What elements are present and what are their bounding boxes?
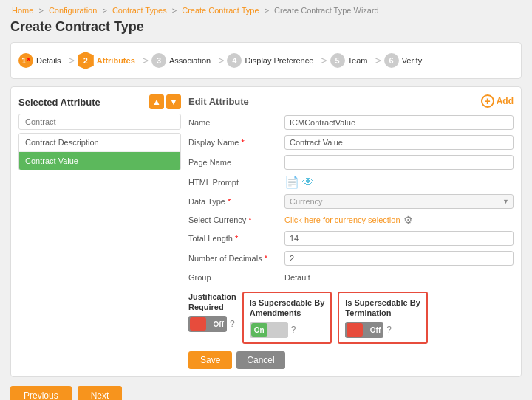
total-length-label: Total Length * — [188, 234, 284, 243]
step-sep-3: > — [218, 55, 224, 66]
step-sep-4: > — [321, 55, 327, 66]
form-row-group: Group Default — [188, 271, 514, 284]
save-button[interactable]: Save — [188, 351, 232, 369]
list-item[interactable]: Contract Description — [19, 134, 180, 152]
amendments-help-icon[interactable]: ? — [291, 325, 296, 335]
wizard-step-3[interactable]: 3 Association — [151, 53, 211, 68]
justification-help-icon[interactable]: ? — [230, 319, 235, 329]
form-row-page-name: Page Name — [188, 155, 514, 170]
justification-knob — [190, 317, 206, 331]
move-up-button[interactable]: ▲ — [149, 94, 164, 109]
previous-button[interactable]: Previous — [10, 386, 72, 400]
html-prompt-icons: 📄 👁 — [284, 175, 314, 189]
attribute-list: Contract Description Contract Value — [18, 133, 181, 170]
cancel-button[interactable]: Cancel — [236, 351, 284, 369]
html-prompt-label: HTML Prompt — [188, 178, 284, 187]
next-button[interactable]: Next — [78, 386, 123, 400]
toggle-supersedable-amendments: Is Supersedable ByAmendments On ? — [250, 297, 325, 338]
step-6-num: 6 — [384, 53, 399, 68]
step-2-num: 2 — [78, 52, 94, 69]
page-title: Create Contract Type — [10, 19, 522, 35]
termination-help-icon[interactable]: ? — [386, 325, 392, 335]
justification-off-text: Off — [214, 320, 224, 328]
name-input[interactable] — [284, 115, 514, 130]
num-decimals-label: Number of Decimals * — [188, 254, 284, 263]
step-4-label: Display Preference — [245, 56, 313, 65]
num-decimals-input[interactable] — [284, 251, 514, 266]
left-panel: Selected Attribute ▲ ▼ Contract Descript… — [18, 94, 181, 369]
step-1-num: 1* — [18, 53, 33, 68]
list-item[interactable]: Contract Value — [19, 152, 180, 170]
form-row-name: Name — [188, 115, 514, 130]
termination-toggle-switch[interactable]: Off — [345, 322, 383, 338]
edit-attribute-title: Edit Attribute — [188, 96, 249, 107]
form-actions: Save Cancel — [188, 351, 514, 369]
wizard-step-6[interactable]: 6 Verify — [384, 53, 423, 68]
justification-toggle-switch[interactable]: Off — [188, 316, 227, 332]
page-name-label: Page Name — [188, 158, 284, 167]
select-currency-label: Select Currency * — [188, 215, 284, 224]
step-1-label: Details — [36, 56, 61, 65]
form-row-total-length: Total Length * — [188, 231, 514, 246]
step-5-label: Team — [348, 56, 368, 65]
name-label: Name — [188, 118, 284, 127]
toggles-row: JustificationRequired Off ? Is Superseda… — [188, 292, 514, 344]
data-type-select-wrapper: Currency — [284, 194, 514, 209]
plus-circle-icon: + — [481, 94, 494, 108]
toggle-justification-required: JustificationRequired Off ? — [188, 292, 236, 344]
step-6-label: Verify — [402, 56, 423, 65]
step-sep-5: > — [375, 55, 381, 66]
right-panel: Edit Attribute + Add Name Display Name *… — [188, 94, 514, 369]
form-row-currency: Select Currency * Click here for currenc… — [188, 214, 514, 226]
step-3-num: 3 — [151, 53, 166, 68]
step-2-label: Attributes — [97, 56, 135, 65]
group-value: Default — [284, 271, 514, 284]
breadcrumb: Home > Configuration > Contract Types > … — [10, 6, 522, 15]
currency-settings-icon[interactable]: ⚙ — [403, 214, 413, 226]
currency-row: Click here for currency selection ⚙ — [284, 214, 413, 226]
step-sep-1: > — [69, 55, 75, 66]
right-panel-header: Edit Attribute + Add — [188, 94, 514, 108]
toggle-supersedable-amendments-container: Is Supersedable ByAmendments On ? — [242, 292, 332, 344]
step-3-label: Association — [169, 56, 211, 65]
total-length-input[interactable] — [284, 231, 514, 246]
group-label: Group — [188, 273, 284, 282]
move-down-button[interactable]: ▼ — [166, 94, 181, 109]
supersedable-amendments-label: Is Supersedable ByAmendments — [250, 297, 325, 319]
move-buttons: ▲ ▼ — [149, 94, 181, 109]
wizard-step-1[interactable]: 1* Details — [18, 53, 61, 68]
wizard-step-5[interactable]: 5 Team — [330, 53, 368, 68]
currency-link[interactable]: Click here for currency selection — [284, 215, 400, 224]
main-content: Selected Attribute ▲ ▼ Contract Descript… — [10, 86, 522, 377]
amendments-toggle-control: On ? — [250, 322, 296, 338]
add-button[interactable]: + Add — [481, 94, 514, 108]
bottom-nav: Previous Next — [10, 386, 522, 400]
step-5-num: 5 — [330, 53, 345, 68]
wizard-step-2[interactable]: 2 Attributes — [78, 52, 135, 69]
termination-knob — [347, 323, 363, 337]
add-label: Add — [497, 96, 514, 106]
prompt-view-icon[interactable]: 👁 — [302, 176, 314, 189]
step-4-num: 4 — [227, 53, 242, 68]
form-row-data-type: Data Type * Currency — [188, 194, 514, 209]
search-input[interactable] — [18, 114, 181, 130]
supersedable-termination-label: Is Supersedable ByTermination — [345, 297, 420, 319]
amendments-toggle-switch[interactable]: On — [250, 322, 288, 338]
termination-toggle-control: Off ? — [345, 322, 392, 338]
data-type-label: Data Type * — [188, 197, 284, 206]
justification-required-label: JustificationRequired — [188, 292, 236, 313]
step-sep-2: > — [143, 55, 149, 66]
toggle-supersedable-termination-container: Is Supersedable ByTermination Off ? — [338, 292, 428, 344]
display-name-label: Display Name * — [188, 138, 284, 147]
selected-attribute-title: Selected Attribute — [18, 97, 100, 108]
form-row-decimals: Number of Decimals * — [188, 251, 514, 266]
form-row-html-prompt: HTML Prompt 📄 👁 — [188, 175, 514, 189]
display-name-input[interactable] — [284, 135, 514, 150]
amendments-on-text: On — [254, 325, 265, 334]
wizard-step-4[interactable]: 4 Display Preference — [227, 53, 313, 68]
prompt-edit-icon[interactable]: 📄 — [284, 175, 299, 189]
toggle-supersedable-termination: Is Supersedable ByTermination Off ? — [345, 297, 420, 338]
page-name-input[interactable] — [284, 155, 514, 170]
justification-toggle-control: Off ? — [188, 316, 235, 332]
data-type-select[interactable]: Currency — [284, 194, 514, 209]
